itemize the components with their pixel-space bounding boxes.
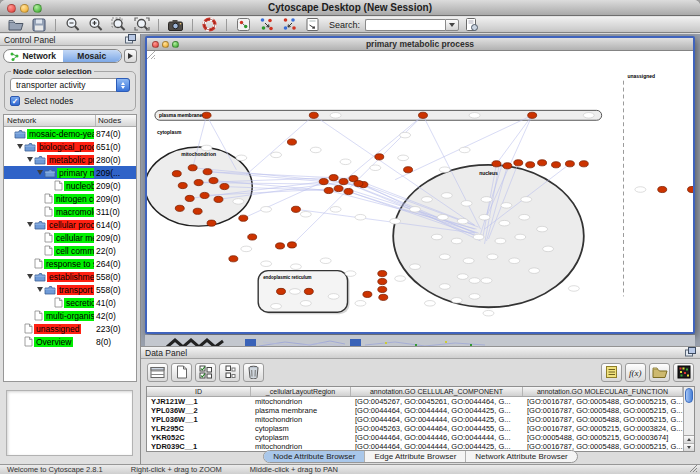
tree-row[interactable]: multi-organism pro42(0) [4,309,136,322]
select-attributes-icon[interactable] [147,363,168,382]
tree-row[interactable]: establishment of lo558(0) [4,270,136,283]
table-cell: plasma membrane [251,406,351,415]
close-view-icon[interactable] [152,41,159,48]
expander-icon[interactable] [26,222,34,227]
expander-icon[interactable] [26,274,34,279]
tree-row-label: cellular metabo [54,233,94,243]
tree-row-count: 280(0) [94,155,136,165]
table-row[interactable]: YLR295Ccytoplasm[GO:0045263, GO:0044464,… [147,424,683,433]
table-row[interactable]: YPL036W__1mitochondrion[GO:0044464, GO:0… [147,415,683,424]
zoom-out-icon[interactable] [62,17,83,32]
node-color-dropdown[interactable]: transporter activity [10,78,130,92]
tab-network[interactable]: Network [4,50,63,62]
tree-row[interactable]: primary metabo209(... [4,166,136,179]
snapshot-camera-icon[interactable] [165,17,186,32]
tree-row[interactable]: cellular metabo209(0) [4,231,136,244]
select-all-icon[interactable] [195,363,216,382]
zoom-in-icon[interactable] [85,17,106,32]
tab-overflow-arrow-icon[interactable] [124,49,137,63]
expander-icon[interactable] [16,144,24,149]
tree-row-count: 209(0) [94,233,136,243]
table-scrollbar[interactable] [683,387,694,451]
network-from-selection-icon[interactable] [256,17,277,32]
table-cell: [GO:0016787, GO:0005488, GO:0005215, G..… [523,415,683,424]
tree-header-network[interactable]: Network [4,115,96,126]
zoom-selected-icon[interactable] [108,17,129,32]
tree-row[interactable]: mosaic-demo-yeast874(0) [4,127,136,140]
tree-row[interactable]: response to stimulu264(0) [4,257,136,270]
zoom-window-icon[interactable] [33,4,42,13]
zoom-fit-icon[interactable] [131,17,152,32]
search-dropdown-icon[interactable] [445,19,459,31]
tree-row[interactable]: Overview8(0) [4,335,136,348]
tab-network-attribute-browser[interactable]: Network Attribute Browser [465,451,576,462]
matrix-view-icon[interactable] [673,363,694,382]
tree-row-count: 22(0) [94,246,136,256]
network-canvas[interactable]: plasma membranecytoplasmmitochondrionnuc… [147,51,693,332]
tree-row[interactable]: transport558(0) [4,283,136,296]
expander-icon[interactable] [26,157,34,162]
folder-icon [34,272,46,282]
expander-icon[interactable] [36,170,44,175]
save-icon[interactable] [28,17,49,32]
column-header-id[interactable]: ID [147,387,251,396]
network-from-selection-alt-icon[interactable] [279,17,300,32]
tree-row-label: establishment of lo [47,272,94,282]
tree-header-nodes[interactable]: Nodes [96,116,136,125]
tab-mosaic[interactable]: Mosaic [63,50,122,62]
table-row[interactable]: YKR052Ccytoplasm[GO:0044464, GO:0044446,… [147,433,683,442]
tree-row[interactable]: cellular process614(0) [4,218,136,231]
import-attributes-icon[interactable] [649,363,670,382]
column-header-region[interactable]: _cellularLayoutRegion [251,387,351,396]
zoom-view-icon[interactable] [172,41,179,48]
search-options-icon[interactable] [461,17,482,32]
scroll-up-icon[interactable] [684,436,694,443]
search-input[interactable] [365,19,445,31]
tree-row-label: metabolic process [47,155,94,165]
table-row[interactable]: YPL036W__2plasma membrane[GO:0044464, GO… [147,406,683,415]
tab-node-attribute-browser[interactable]: Node Attribute Browser [264,451,364,462]
tree-row[interactable]: cell communicat22(0) [4,244,136,257]
resize-grip-icon[interactable] [689,464,698,474]
float-panel-icon[interactable] [685,347,696,359]
network-overview-panel[interactable] [6,390,133,456]
network-tree-pane: Network Nodes mosaic-demo-yeast874(0)bio… [3,114,137,382]
table-row[interactable]: YJR121W__1mitochondrion[GO:0045267, GO:0… [147,397,683,406]
tree-row[interactable]: nucleobase-209(0) [4,179,136,192]
help-lifesaver-icon[interactable] [199,17,220,32]
open-icon[interactable] [5,17,26,32]
minimize-window-icon[interactable] [20,4,29,13]
background-windows[interactable] [145,335,695,346]
delete-attribute-icon[interactable] [243,363,264,382]
close-window-icon[interactable] [7,4,16,13]
window-resize-grip[interactable] [147,51,692,331]
tree-row[interactable]: biological_process651(0) [4,140,136,153]
minimize-view-icon[interactable] [162,41,169,48]
tab-edge-attribute-browser[interactable]: Edge Attribute Browser [364,451,465,462]
tree-row[interactable]: unassigned223(0) [4,322,136,335]
tree-row[interactable]: macromolecule311(0) [4,205,136,218]
select-nodes-checkbox[interactable]: ✓ [10,96,20,106]
table-cell: mitochondrion [251,415,351,424]
network-view-window[interactable]: primary metabolic process plasma membran… [145,36,695,334]
attribute-list-icon[interactable] [601,363,622,382]
dropdown-stepper-icon[interactable] [116,78,130,92]
cytoscape-app-window: Cytoscape Desktop (New Session) Search: … [0,0,700,474]
annotation-icon[interactable] [302,17,323,32]
status-welcome: Welcome to Cytoscape 2.8.1 [7,465,103,474]
vizmapper-icon[interactable] [233,17,254,32]
tree-row[interactable]: secretion41(0) [4,296,136,309]
formula-builder-icon[interactable]: f(x) [625,363,646,382]
float-panel-icon[interactable] [125,34,136,46]
new-attribute-icon[interactable] [171,363,192,382]
tree-row[interactable]: metabolic process280(0) [4,153,136,166]
column-header-cellular-component[interactable]: annotation.GO CELLULAR_COMPONENT [351,387,523,396]
network-window-titlebar[interactable]: primary metabolic process [147,38,693,51]
dropdown-value: transporter activity [16,80,85,90]
column-header-molecular-function[interactable]: annotation.GO MOLECULAR_FUNCTION [523,387,683,396]
network-tab-icon [10,52,19,61]
scrollbar-thumb[interactable] [685,388,693,403]
tree-row[interactable]: nitrogen compo209(0) [4,192,136,205]
unselect-all-icon[interactable] [219,363,240,382]
expander-icon[interactable] [36,287,44,292]
